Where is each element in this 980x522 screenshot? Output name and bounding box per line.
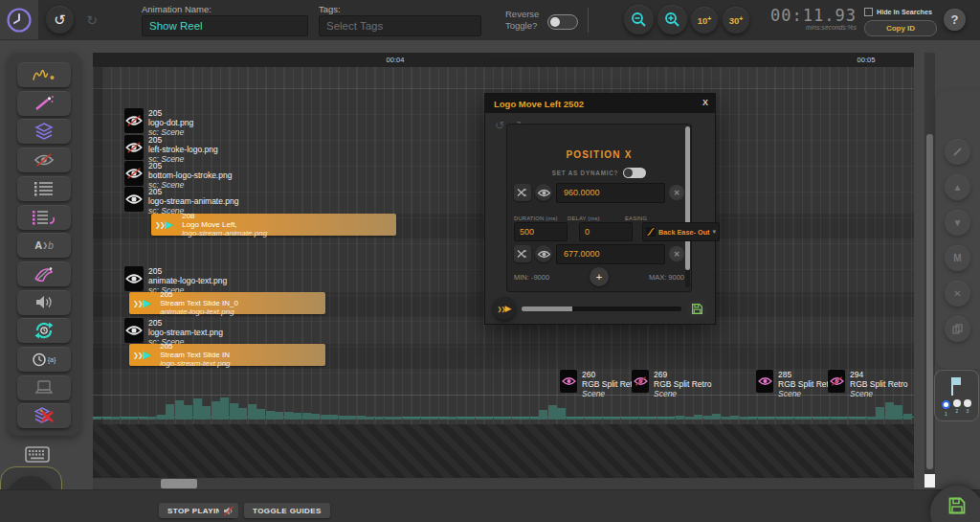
bar-play-icon[interactable]: ❯❯▶: [133, 349, 151, 361]
redo-button[interactable]: ↻: [80, 9, 103, 32]
layer-row[interactable]: 205 bottom-logo-stroke.png sc: Scene: [124, 161, 232, 190]
effect-visibility-toggle[interactable]: [828, 370, 845, 393]
effect-visibility-toggle[interactable]: [756, 370, 773, 393]
duplicate-layer-button[interactable]: [945, 316, 970, 342]
eye-icon: [538, 189, 550, 197]
effect-row[interactable]: 260 RGB Split Retro Scene: [560, 370, 639, 398]
animation-bar[interactable]: ❯❯▶ 205 Stream Text Slide IN logo-stream…: [129, 344, 325, 366]
copy-id-button[interactable]: Copy ID: [864, 20, 937, 36]
tags-input[interactable]: [319, 15, 481, 36]
clock-logo-icon: [6, 7, 33, 34]
animation-bar[interactable]: ❯❯▶ 208 Logo Move Left, logo-stream-anim…: [151, 214, 396, 236]
layer-name: logo-dot.png: [148, 118, 193, 127]
randomize-end-button[interactable]: [514, 245, 531, 262]
keyboard-icon: [25, 446, 50, 463]
add-30-frames-button[interactable]: 30+: [723, 7, 749, 34]
tool-signature-button[interactable]: [17, 62, 71, 87]
dialog-scrollbar-thumb[interactable]: [685, 126, 690, 270]
keyboard-shortcuts-button[interactable]: [25, 446, 50, 463]
preview-end-button[interactable]: [535, 245, 552, 262]
layer-id: 205: [148, 135, 218, 145]
bar-play-icon[interactable]: ❯❯▶: [155, 218, 173, 231]
pencil-icon: [952, 147, 963, 157]
tool-list-button[interactable]: [17, 176, 71, 201]
tool-remove-layers-button[interactable]: [17, 403, 71, 428]
tool-list-reorder-button[interactable]: [17, 205, 71, 230]
effect-row[interactable]: 269 RGB Split Retro Scene: [632, 370, 711, 398]
toggle-guides-button[interactable]: TOGGLE GUIDES: [244, 503, 330, 518]
layer-visibility-toggle[interactable]: [124, 135, 144, 160]
duration-input[interactable]: [514, 222, 568, 241]
tool-time-code-button[interactable]: {a}: [17, 347, 71, 372]
layer-row[interactable]: 205 logo-dot.png sc: Scene: [124, 108, 193, 137]
effect-row[interactable]: 294 RGB Split Retro Scene: [828, 370, 907, 398]
edit-layer-button[interactable]: [945, 139, 970, 165]
max-label: MAX: 9000: [649, 273, 684, 282]
dialog-close-button[interactable]: X: [702, 98, 708, 107]
add-keyframe-button[interactable]: +: [590, 267, 609, 286]
randomize-start-button[interactable]: [514, 184, 531, 201]
tool-device-button[interactable]: [17, 375, 71, 400]
layer-visibility-toggle[interactable]: [124, 187, 144, 212]
reverse-toggle-switch[interactable]: [547, 14, 578, 30]
move-layer-down-button[interactable]: ▼: [945, 210, 970, 236]
layer-visibility-toggle[interactable]: [124, 266, 144, 291]
flag-slot-3[interactable]: 3: [964, 399, 971, 407]
horizontal-scrollbar-thumb[interactable]: [161, 479, 197, 488]
layer-row[interactable]: 205 left-stroke-logo.png sc: Scene: [124, 135, 218, 164]
tool-paint-button[interactable]: [17, 261, 71, 286]
timeline-ruler[interactable]: 00:0400:05: [93, 53, 914, 67]
layer-visibility-toggle[interactable]: [124, 161, 144, 186]
tool-layers-button[interactable]: [17, 119, 71, 144]
mask-layer-button[interactable]: M: [945, 245, 970, 271]
flag-slot-2[interactable]: 2: [953, 399, 961, 407]
layer-visibility-toggle[interactable]: [124, 318, 144, 343]
zoom-in-button[interactable]: [657, 5, 687, 34]
start-value-input[interactable]: [556, 183, 665, 203]
dialog-undo-button[interactable]: ↺: [495, 119, 504, 132]
tool-rename-icon: A❯b: [34, 239, 53, 251]
hide-in-searches-checkbox[interactable]: Hide In Searches: [864, 8, 932, 16]
tool-rename-button[interactable]: A❯b: [17, 233, 71, 258]
effect-visibility-toggle[interactable]: [560, 370, 577, 393]
dialog-progress-bar[interactable]: [522, 306, 681, 311]
end-value-input[interactable]: [556, 244, 665, 264]
easing-dropdown[interactable]: Back Ease- Out ▾: [642, 222, 720, 241]
layer-actions-toolbar: ▲ ▼ M ✕: [936, 91, 980, 369]
effect-row[interactable]: 285 RGB Split Retro Scene: [756, 370, 835, 398]
flag-slot-1[interactable]: 1: [942, 400, 950, 409]
dialog-title-bar[interactable]: Logo Move Left 2502 X: [485, 94, 715, 113]
tool-magic-wand-button[interactable]: [17, 91, 71, 116]
dialog-play-button[interactable]: ❯❯▶: [493, 297, 516, 320]
preview-start-button[interactable]: [535, 184, 552, 201]
move-layer-up-button[interactable]: ▲: [945, 174, 970, 200]
animation-bar[interactable]: ❯❯▶ 205 Stream Text Slide IN_0 animate-l…: [129, 292, 325, 314]
vertical-scrollbar-endcap[interactable]: [924, 474, 935, 488]
clear-start-value-button[interactable]: ✕: [669, 185, 684, 200]
vertical-scrollbar[interactable]: [924, 53, 935, 486]
animation-name-input[interactable]: [142, 15, 308, 36]
animation-name: Stream Text Slide IN: [160, 351, 230, 359]
undo-button[interactable]: ↺: [46, 6, 74, 34]
set-as-dynamic-toggle[interactable]: [623, 168, 646, 178]
save-floppy-icon: [691, 303, 703, 315]
zoom-out-button[interactable]: [624, 5, 654, 34]
help-button[interactable]: ?: [944, 9, 966, 31]
dialog-save-button[interactable]: [687, 299, 707, 319]
end-value-row: ✕: [514, 244, 684, 263]
clear-end-value-button[interactable]: ✕: [669, 246, 684, 261]
eye-slash-icon: [125, 115, 143, 126]
effect-visibility-toggle[interactable]: [632, 370, 649, 393]
tool-hide-layer-button[interactable]: [17, 148, 71, 172]
tool-time-loop-button[interactable]: [17, 318, 71, 343]
delay-input[interactable]: [579, 222, 633, 241]
app-logo[interactable]: [0, 0, 38, 39]
vertical-scrollbar-thumb[interactable]: [926, 134, 933, 469]
layer-visibility-toggle[interactable]: [124, 108, 144, 133]
mute-button[interactable]: [219, 503, 238, 518]
horizontal-scrollbar[interactable]: [93, 478, 914, 489]
bar-play-icon[interactable]: ❯❯▶: [133, 297, 151, 309]
add-10-frames-button[interactable]: 10+: [691, 7, 718, 34]
tool-audio-button[interactable]: [17, 290, 71, 315]
delete-layer-button[interactable]: ✕: [945, 281, 970, 306]
